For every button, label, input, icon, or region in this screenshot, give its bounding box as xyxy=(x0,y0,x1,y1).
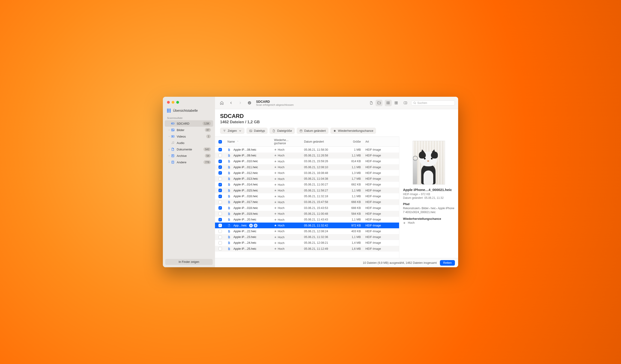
table-row[interactable]: Apple iP…018.heic ★Hoch 03.06.21, 15:43:… xyxy=(215,205,399,211)
table-row[interactable]: App…heic ★Hoch 05.06.21, 11:32:42 972 KB… xyxy=(215,222,399,228)
sidebar-item-sdcard[interactable]: SDCARD1,5K xyxy=(165,120,213,127)
table-row[interactable]: Apple iP…014.heic ★Hoch 05.06.21, 11:00:… xyxy=(215,182,399,188)
file-table: Name ⌃ Wiederhe…gschance Datum geändert … xyxy=(215,137,399,258)
file-icon xyxy=(227,224,231,227)
row-checkbox[interactable] xyxy=(218,224,222,227)
view-file-button[interactable] xyxy=(368,100,375,106)
sidebar-item-andere[interactable]: ›Andere778 xyxy=(165,159,213,165)
row-checkbox[interactable] xyxy=(218,195,222,198)
details-date: Datum geändert 05.06.21, 11:32 xyxy=(403,196,454,200)
table-body[interactable]: Apple iP…08.heic ★Hoch 05.06.21, 11:58:3… xyxy=(215,147,399,258)
sidebar-item-dokumente[interactable]: ›Dokumente542 xyxy=(165,146,213,153)
header-checkbox-cell[interactable] xyxy=(215,139,225,145)
sidebar-item-audio[interactable]: Audio xyxy=(165,140,213,146)
sidebar-item-archive[interactable]: ›Archive54 xyxy=(165,153,213,159)
toggle-inspector-button[interactable] xyxy=(402,100,409,106)
date-value: 05.06.21, 11:04:38 xyxy=(302,177,343,180)
recovery-value: Hoch xyxy=(278,241,284,245)
row-checkbox[interactable] xyxy=(218,160,222,163)
file-icon xyxy=(227,195,231,198)
header-size[interactable]: Größe xyxy=(343,139,363,145)
star-icon: ★ xyxy=(274,189,277,192)
search-field[interactable] xyxy=(411,100,455,106)
row-checkbox[interactable] xyxy=(218,177,222,181)
table-row[interactable]: Apple iP…012.heic ★Hoch 03.06.21, 16:08:… xyxy=(215,170,399,176)
header-date[interactable]: Datum geändert xyxy=(302,139,343,145)
table-row[interactable]: Apple iP…015.heic ★Hoch 05.06.21, 11:58:… xyxy=(215,188,399,193)
image-icon xyxy=(249,129,252,132)
header-checkbox[interactable] xyxy=(218,140,222,143)
file-icon xyxy=(227,236,231,239)
row-checkbox[interactable] xyxy=(218,206,222,210)
close-button[interactable] xyxy=(167,101,170,104)
table-row[interactable]: Apple iP…20.heic ★Hoch 05.06.21, 11:43:4… xyxy=(215,217,399,222)
table-row[interactable]: Apple iP…08.heic ★Hoch 05.06.21, 11:58:3… xyxy=(215,147,399,153)
size-value: 1,1 MB xyxy=(343,166,363,169)
recover-button[interactable]: Retten xyxy=(440,260,455,266)
table-row[interactable]: Apple iP…25.heic ★Hoch 05.06.21, 11:12:4… xyxy=(215,246,399,252)
overview-label: Übersichtstabelle xyxy=(173,109,198,112)
svg-point-27 xyxy=(414,102,415,104)
kind-value: HEIF-Image xyxy=(363,230,399,233)
table-row[interactable]: Apple iP…017.heic ★Hoch 03.06.21, 15:47:… xyxy=(215,199,399,205)
preview-thumbnail[interactable] xyxy=(413,141,445,185)
sidebar-item-bilder[interactable]: ›Bilder87 xyxy=(165,127,213,133)
minimize-button[interactable] xyxy=(172,101,174,104)
forward-button[interactable] xyxy=(237,100,244,106)
sidebar-item-label: Audio xyxy=(177,141,211,145)
table-row[interactable]: Apple iP…22.heic ★Hoch 05.06.21, 12:08:2… xyxy=(215,228,399,234)
sidebar-item-videos[interactable]: ›Videos1 xyxy=(165,133,213,140)
search-icon xyxy=(413,101,416,104)
row-checkbox[interactable] xyxy=(218,212,222,215)
row-checkbox[interactable] xyxy=(218,241,222,245)
row-checkbox[interactable] xyxy=(218,183,222,186)
hex-icon[interactable] xyxy=(254,224,258,227)
overview-link[interactable]: Übersichtstabelle xyxy=(163,104,215,114)
filter-show[interactable]: Zeigen xyxy=(220,128,244,134)
recovery-value: Hoch xyxy=(278,201,284,204)
table-row[interactable]: Apple iP…010.heic ★Hoch 03.06.21, 15:59:… xyxy=(215,158,399,164)
svg-marker-5 xyxy=(172,136,173,137)
filter-recovery[interactable]: Wiederherstellungschance xyxy=(330,128,376,134)
table-row[interactable]: Apple iP…013.heic ★Hoch 05.06.21, 11:04:… xyxy=(215,176,399,182)
grid-view-button[interactable] xyxy=(393,100,399,106)
list-view-button[interactable] xyxy=(385,100,392,106)
row-checkbox[interactable] xyxy=(218,247,222,251)
table-row[interactable]: Apple iP…019.heic ★Hoch 05.06.21, 11:00:… xyxy=(215,211,399,217)
header-kind[interactable]: Art xyxy=(363,139,399,145)
filter-filetype[interactable]: Dateityp xyxy=(246,128,268,134)
filter-datemod[interactable]: Datum geändert xyxy=(297,128,328,134)
filter-filesize[interactable]: Dateigröße xyxy=(269,128,294,134)
row-checkbox[interactable] xyxy=(218,154,222,157)
row-checkbox[interactable] xyxy=(218,189,222,192)
row-checkbox[interactable] xyxy=(218,148,222,151)
table-row[interactable]: Apple iP…016.heic ★Hoch 05.06.21, 11:32:… xyxy=(215,193,399,199)
table-row[interactable]: Apple iP…011.heic ★Hoch 05.06.21, 12:08:… xyxy=(215,164,399,170)
table-row[interactable]: Apple iP…24.heic ★Hoch 05.06.21, 12:08:2… xyxy=(215,240,399,246)
star-icon: ★ xyxy=(274,195,277,198)
star-icon: ★ xyxy=(403,221,406,225)
table-row[interactable]: Apple iP…23.heic ★Hoch 05.06.21, 11:32:3… xyxy=(215,234,399,240)
header-name[interactable]: Name ⌃ xyxy=(225,139,272,145)
search-input[interactable] xyxy=(417,101,453,105)
row-checkbox[interactable] xyxy=(218,200,222,204)
sidebar-item-label: Andere xyxy=(177,160,204,164)
file-name: Apple iP…018.heic xyxy=(233,206,258,210)
maximize-button[interactable] xyxy=(176,101,179,104)
show-in-finder-button[interactable]: In Finder zeigen xyxy=(165,259,213,265)
home-button[interactable] xyxy=(218,100,225,106)
image-icon xyxy=(171,128,175,132)
scan-status-button[interactable] xyxy=(246,100,253,106)
row-checkbox[interactable] xyxy=(218,229,222,233)
back-button[interactable] xyxy=(227,100,234,106)
header-recovery[interactable]: Wiederhe…gschance xyxy=(272,137,302,146)
date-value: 05.06.21, 11:58:30 xyxy=(302,148,343,151)
row-checkbox[interactable] xyxy=(218,165,222,169)
details-path: Rekonstruiert▸Bilder▸heic▸Apple iPhone 7… xyxy=(403,206,454,214)
view-folder-button[interactable] xyxy=(376,100,382,106)
row-checkbox[interactable] xyxy=(218,218,222,222)
row-checkbox[interactable] xyxy=(218,171,222,175)
row-checkbox[interactable] xyxy=(218,236,222,239)
preview-icon[interactable] xyxy=(249,224,253,227)
table-row[interactable]: Apple iP…09.heic ★Hoch 05.06.21, 11:26:5… xyxy=(215,153,399,158)
